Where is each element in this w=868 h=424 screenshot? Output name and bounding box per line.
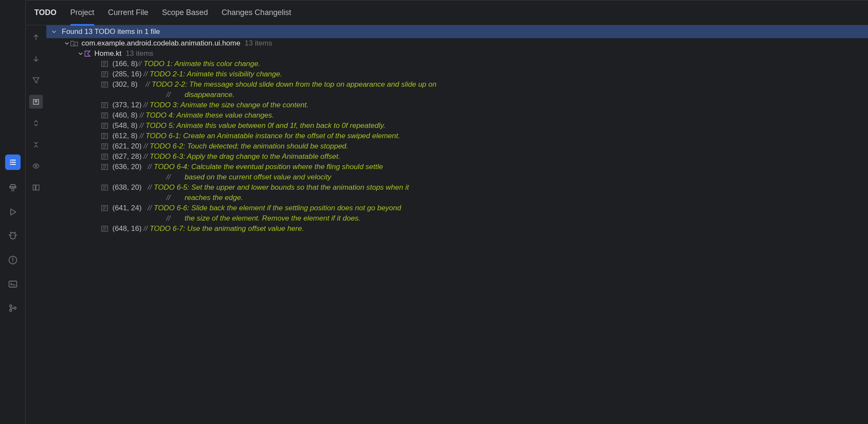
todo-item-row[interactable]: (548, 8) // TODO 5: Animate this value b… bbox=[46, 121, 868, 131]
tab-changes-changelist[interactable]: Changes Changelist bbox=[222, 0, 291, 25]
svg-point-9 bbox=[73, 43, 75, 45]
preview-source-button[interactable] bbox=[29, 159, 43, 173]
todo-tool-window-button[interactable] bbox=[5, 154, 21, 170]
location-text: (548, 8) bbox=[112, 121, 138, 130]
todo-text: TODO 6-7: Use the animating offset value… bbox=[150, 224, 304, 233]
logcat-tool-window-button[interactable] bbox=[7, 230, 19, 242]
todo-item-row[interactable]: // the size of the element. Remove the e… bbox=[46, 213, 868, 224]
comment-prefix: // bbox=[166, 214, 185, 222]
todo-text: TODO 1: Animate this color change. bbox=[144, 60, 260, 68]
comment-prefix: // bbox=[166, 173, 185, 181]
location-text: (638, 20) bbox=[112, 183, 142, 191]
comment-prefix: // bbox=[142, 224, 150, 233]
chevron-down-icon[interactable] bbox=[77, 51, 84, 56]
code-line-icon bbox=[101, 164, 108, 170]
todo-item-row[interactable]: (285, 16) // TODO 2-1: Animate this visi… bbox=[46, 69, 868, 79]
location-text: (612, 8) bbox=[112, 132, 138, 140]
root-summary-text: Found 13 TODO items in 1 file bbox=[62, 27, 160, 36]
todo-item-row[interactable]: // based on the current offset value and… bbox=[46, 172, 868, 182]
code-line-icon bbox=[101, 123, 108, 129]
comment-prefix: // bbox=[142, 204, 154, 212]
file-row[interactable]: Home.kt 13 items bbox=[46, 48, 868, 59]
group-by-button[interactable] bbox=[29, 181, 43, 194]
svg-point-6 bbox=[35, 165, 37, 167]
left-tool-strip bbox=[0, 0, 26, 424]
location-text: (641, 24) bbox=[112, 204, 142, 212]
terminal-tool-window-button[interactable] bbox=[7, 278, 19, 290]
todo-item-row[interactable]: (638, 20) // TODO 6-5: Set the upper and… bbox=[46, 182, 868, 193]
collapse-all-button[interactable] bbox=[29, 138, 43, 151]
todo-item-row[interactable]: (302, 8) // TODO 2-2: The message should… bbox=[46, 79, 868, 90]
comment-prefix: // bbox=[142, 101, 150, 109]
package-row[interactable]: com.example.android.codelab.animation.ui… bbox=[46, 38, 868, 48]
todo-text: TODO 6-3: Apply the drag change to the A… bbox=[150, 152, 340, 161]
comment-prefix: // bbox=[142, 183, 154, 191]
todo-text: TODO 6-2: Touch detected; the animation … bbox=[150, 142, 348, 150]
location-text: (648, 16) bbox=[112, 224, 142, 233]
comment-prefix: // bbox=[166, 91, 185, 99]
todo-item-row[interactable]: (373, 12) // TODO 3: Animate the size ch… bbox=[46, 100, 868, 110]
file-count: 13 items bbox=[126, 49, 153, 58]
code-line-icon bbox=[101, 205, 108, 211]
comment-prefix: // bbox=[138, 132, 146, 140]
todo-text: TODO 4: Animate these value changes. bbox=[146, 111, 274, 119]
next-occurrence-button[interactable] bbox=[29, 52, 43, 66]
code-line-icon bbox=[101, 185, 108, 191]
chevron-down-icon[interactable] bbox=[51, 29, 57, 34]
todo-tab-bar: TODO Project Current File Scope Based Ch… bbox=[26, 0, 868, 25]
svg-rect-8 bbox=[36, 185, 39, 190]
chevron-down-icon[interactable] bbox=[63, 41, 70, 46]
filter-button[interactable] bbox=[29, 73, 43, 87]
todo-text: disappearance. bbox=[185, 91, 235, 99]
comment-prefix: // bbox=[142, 142, 150, 150]
code-line-icon bbox=[101, 154, 108, 160]
todo-tree[interactable]: Found 13 TODO items in 1 file com.exampl… bbox=[46, 25, 868, 424]
svg-rect-7 bbox=[33, 185, 35, 190]
todo-text: TODO 2-1: Animate this visibility change… bbox=[150, 70, 282, 78]
todo-text: TODO 6-6: Slide back the element if the … bbox=[154, 204, 401, 212]
todo-item-row[interactable]: (641, 24) // TODO 6-6: Slide back the el… bbox=[46, 203, 868, 213]
autoscroll-to-source-button[interactable] bbox=[29, 95, 43, 109]
todo-item-row[interactable]: // reaches the edge. bbox=[46, 193, 868, 203]
location-text: (302, 8) bbox=[112, 80, 138, 88]
tab-project[interactable]: Project bbox=[70, 0, 94, 25]
location-text: (285, 16) bbox=[112, 70, 142, 78]
code-line-icon bbox=[101, 226, 108, 232]
todo-item-row[interactable]: (636, 20) // TODO 6-4: Calculate the eve… bbox=[46, 162, 868, 172]
panel-title: TODO bbox=[34, 8, 57, 17]
expand-all-button[interactable] bbox=[29, 116, 43, 130]
location-text: (460, 8) bbox=[112, 111, 138, 119]
vcs-tool-window-button[interactable] bbox=[7, 302, 19, 314]
comment-prefix: // bbox=[138, 121, 146, 130]
code-line-icon bbox=[101, 102, 108, 108]
build-tool-window-button[interactable] bbox=[7, 182, 19, 194]
todo-item-row[interactable]: (621, 20) // TODO 6-2: Touch detected; t… bbox=[46, 141, 868, 151]
todo-item-row[interactable]: (627, 28) // TODO 6-3: Apply the drag ch… bbox=[46, 151, 868, 162]
todo-content: Found 13 TODO items in 1 file com.exampl… bbox=[26, 25, 868, 424]
svg-point-3 bbox=[9, 309, 12, 312]
code-line-icon bbox=[101, 82, 108, 88]
todo-item-row[interactable]: (612, 8) // TODO 6-1: Create an Animatab… bbox=[46, 131, 868, 141]
comment-prefix: // bbox=[138, 80, 152, 88]
tree-root-row[interactable]: Found 13 TODO items in 1 file bbox=[46, 25, 868, 38]
kotlin-file-icon bbox=[84, 50, 91, 57]
todo-item-row[interactable]: (648, 16) // TODO 6-7: Use the animating… bbox=[46, 224, 868, 234]
location-text: (636, 20) bbox=[112, 163, 142, 171]
previous-occurrence-button[interactable] bbox=[29, 30, 43, 44]
todo-text: TODO 2-2: The message should slide down … bbox=[152, 80, 437, 88]
todo-item-row[interactable]: (460, 8) // TODO 4: Animate these value … bbox=[46, 110, 868, 121]
run-tool-window-button[interactable] bbox=[7, 206, 19, 218]
tab-current-file[interactable]: Current File bbox=[108, 0, 148, 25]
todo-text: TODO 6-4: Calculate the eventual positio… bbox=[154, 163, 383, 171]
todo-item-row[interactable]: // disappearance. bbox=[46, 90, 868, 100]
todo-text: TODO 6-1: Create an Animatable instance … bbox=[146, 132, 400, 140]
package-name: com.example.android.codelab.animation.ui… bbox=[81, 39, 240, 48]
todo-item-row[interactable]: (166, 8)// TODO 1: Animate this color ch… bbox=[46, 59, 868, 69]
tab-scope-based[interactable]: Scope Based bbox=[162, 0, 208, 25]
comment-prefix: // bbox=[138, 111, 146, 119]
code-line-icon bbox=[101, 71, 108, 77]
comment-prefix: // bbox=[142, 70, 150, 78]
todo-text: TODO 3: Animate the size change of the c… bbox=[150, 101, 308, 109]
package-count: 13 items bbox=[244, 39, 272, 48]
problems-tool-window-button[interactable] bbox=[7, 254, 19, 266]
